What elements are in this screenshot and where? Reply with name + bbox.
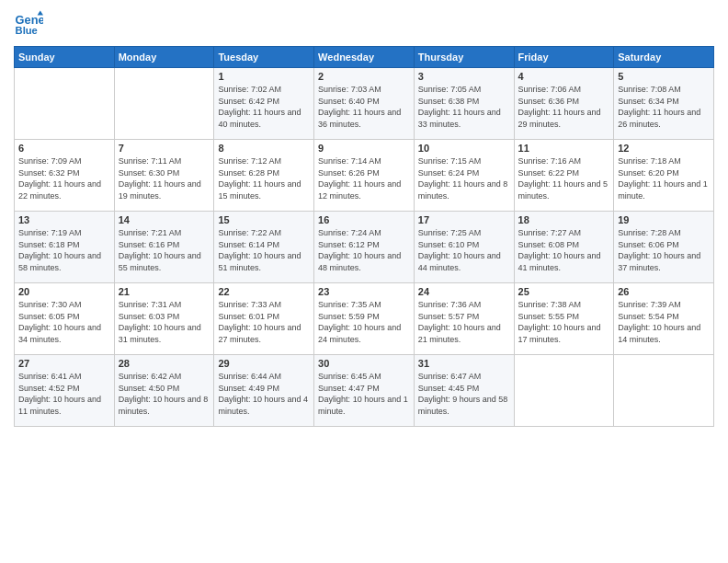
day-number: 27 <box>18 358 110 369</box>
calendar-cell: 9Sunrise: 7:14 AM Sunset: 6:26 PM Daylig… <box>314 140 415 212</box>
calendar-cell: 26Sunrise: 7:39 AM Sunset: 5:54 PM Dayli… <box>614 283 714 355</box>
calendar-cell <box>614 355 714 427</box>
page-header: General Blue <box>14 9 714 39</box>
day-number: 2 <box>318 71 410 82</box>
day-info: Sunrise: 7:36 AM Sunset: 5:57 PM Dayligh… <box>418 299 510 345</box>
calendar-cell: 23Sunrise: 7:35 AM Sunset: 5:59 PM Dayli… <box>314 283 415 355</box>
day-info: Sunrise: 7:05 AM Sunset: 6:38 PM Dayligh… <box>418 84 510 130</box>
weekday-header-saturday: Saturday <box>614 47 714 68</box>
calendar-cell: 24Sunrise: 7:36 AM Sunset: 5:57 PM Dayli… <box>414 283 514 355</box>
day-info: Sunrise: 6:44 AM Sunset: 4:49 PM Dayligh… <box>218 371 310 417</box>
calendar-cell: 12Sunrise: 7:18 AM Sunset: 6:20 PM Dayli… <box>614 140 714 212</box>
day-number: 28 <box>119 358 210 369</box>
calendar-cell: 4Sunrise: 7:06 AM Sunset: 6:36 PM Daylig… <box>514 68 614 140</box>
calendar-cell: 3Sunrise: 7:05 AM Sunset: 6:38 PM Daylig… <box>414 68 514 140</box>
calendar-table: SundayMondayTuesdayWednesdayThursdayFrid… <box>14 46 714 427</box>
day-number: 16 <box>318 214 410 225</box>
day-number: 24 <box>418 286 510 297</box>
day-number: 23 <box>318 286 410 297</box>
calendar-cell: 25Sunrise: 7:38 AM Sunset: 5:55 PM Dayli… <box>514 283 614 355</box>
calendar-cell: 14Sunrise: 7:21 AM Sunset: 6:16 PM Dayli… <box>114 212 214 283</box>
day-info: Sunrise: 7:31 AM Sunset: 6:03 PM Dayligh… <box>119 299 210 345</box>
day-info: Sunrise: 6:47 AM Sunset: 4:45 PM Dayligh… <box>418 371 510 417</box>
day-number: 20 <box>18 286 110 297</box>
day-number: 9 <box>318 143 410 154</box>
calendar-cell: 21Sunrise: 7:31 AM Sunset: 6:03 PM Dayli… <box>114 283 214 355</box>
calendar-cell: 16Sunrise: 7:24 AM Sunset: 6:12 PM Dayli… <box>314 212 415 283</box>
day-info: Sunrise: 7:03 AM Sunset: 6:40 PM Dayligh… <box>318 84 410 130</box>
day-number: 5 <box>618 71 710 82</box>
calendar-cell <box>15 68 115 140</box>
day-info: Sunrise: 7:08 AM Sunset: 6:34 PM Dayligh… <box>618 84 710 130</box>
day-number: 1 <box>218 71 310 82</box>
day-number: 4 <box>518 71 610 82</box>
weekday-header-tuesday: Tuesday <box>214 47 314 68</box>
day-info: Sunrise: 7:33 AM Sunset: 6:01 PM Dayligh… <box>218 299 310 345</box>
day-info: Sunrise: 6:42 AM Sunset: 4:50 PM Dayligh… <box>119 371 210 417</box>
day-number: 26 <box>618 286 710 297</box>
calendar-cell: 28Sunrise: 6:42 AM Sunset: 4:50 PM Dayli… <box>114 355 214 427</box>
day-info: Sunrise: 6:45 AM Sunset: 4:47 PM Dayligh… <box>318 371 410 417</box>
calendar-cell <box>114 68 214 140</box>
calendar-cell: 5Sunrise: 7:08 AM Sunset: 6:34 PM Daylig… <box>614 68 714 140</box>
day-info: Sunrise: 6:41 AM Sunset: 4:52 PM Dayligh… <box>18 371 110 417</box>
day-number: 14 <box>119 214 210 225</box>
calendar-cell: 1Sunrise: 7:02 AM Sunset: 6:42 PM Daylig… <box>214 68 314 140</box>
calendar-cell: 6Sunrise: 7:09 AM Sunset: 6:32 PM Daylig… <box>15 140 115 212</box>
calendar-cell: 13Sunrise: 7:19 AM Sunset: 6:18 PM Dayli… <box>15 212 115 283</box>
weekday-header-friday: Friday <box>514 47 614 68</box>
day-number: 6 <box>18 143 110 154</box>
weekday-header-wednesday: Wednesday <box>314 47 415 68</box>
day-info: Sunrise: 7:02 AM Sunset: 6:42 PM Dayligh… <box>218 84 310 130</box>
calendar-cell: 15Sunrise: 7:22 AM Sunset: 6:14 PM Dayli… <box>214 212 314 283</box>
day-info: Sunrise: 7:14 AM Sunset: 6:26 PM Dayligh… <box>318 155 410 201</box>
day-info: Sunrise: 7:09 AM Sunset: 6:32 PM Dayligh… <box>18 155 110 201</box>
calendar-cell: 19Sunrise: 7:28 AM Sunset: 6:06 PM Dayli… <box>614 212 714 283</box>
logo: General Blue <box>14 9 43 39</box>
calendar-cell: 8Sunrise: 7:12 AM Sunset: 6:28 PM Daylig… <box>214 140 314 212</box>
day-number: 19 <box>618 214 710 225</box>
day-info: Sunrise: 7:11 AM Sunset: 6:30 PM Dayligh… <box>119 155 210 201</box>
calendar-cell: 7Sunrise: 7:11 AM Sunset: 6:30 PM Daylig… <box>114 140 214 212</box>
day-number: 13 <box>18 214 110 225</box>
day-info: Sunrise: 7:16 AM Sunset: 6:22 PM Dayligh… <box>518 155 610 201</box>
weekday-header-sunday: Sunday <box>15 47 115 68</box>
day-info: Sunrise: 7:39 AM Sunset: 5:54 PM Dayligh… <box>618 299 710 345</box>
calendar-cell: 11Sunrise: 7:16 AM Sunset: 6:22 PM Dayli… <box>514 140 614 212</box>
day-number: 29 <box>218 358 310 369</box>
day-info: Sunrise: 7:28 AM Sunset: 6:06 PM Dayligh… <box>618 227 710 273</box>
calendar-cell: 22Sunrise: 7:33 AM Sunset: 6:01 PM Dayli… <box>214 283 314 355</box>
calendar-cell: 27Sunrise: 6:41 AM Sunset: 4:52 PM Dayli… <box>15 355 115 427</box>
day-info: Sunrise: 7:24 AM Sunset: 6:12 PM Dayligh… <box>318 227 410 273</box>
logo-icon: General Blue <box>14 9 43 39</box>
day-number: 18 <box>518 214 610 225</box>
day-info: Sunrise: 7:19 AM Sunset: 6:18 PM Dayligh… <box>18 227 110 273</box>
calendar-cell: 2Sunrise: 7:03 AM Sunset: 6:40 PM Daylig… <box>314 68 415 140</box>
calendar-cell: 29Sunrise: 6:44 AM Sunset: 4:49 PM Dayli… <box>214 355 314 427</box>
day-info: Sunrise: 7:06 AM Sunset: 6:36 PM Dayligh… <box>518 84 610 130</box>
day-info: Sunrise: 7:35 AM Sunset: 5:59 PM Dayligh… <box>318 299 410 345</box>
weekday-header-monday: Monday <box>114 47 214 68</box>
day-info: Sunrise: 7:27 AM Sunset: 6:08 PM Dayligh… <box>518 227 610 273</box>
day-info: Sunrise: 7:38 AM Sunset: 5:55 PM Dayligh… <box>518 299 610 345</box>
calendar-cell <box>514 355 614 427</box>
calendar-cell: 30Sunrise: 6:45 AM Sunset: 4:47 PM Dayli… <box>314 355 415 427</box>
calendar-cell: 20Sunrise: 7:30 AM Sunset: 6:05 PM Dayli… <box>15 283 115 355</box>
calendar-cell: 18Sunrise: 7:27 AM Sunset: 6:08 PM Dayli… <box>514 212 614 283</box>
day-number: 12 <box>618 143 710 154</box>
day-number: 11 <box>518 143 610 154</box>
calendar-cell: 10Sunrise: 7:15 AM Sunset: 6:24 PM Dayli… <box>414 140 514 212</box>
day-number: 21 <box>119 286 210 297</box>
day-info: Sunrise: 7:25 AM Sunset: 6:10 PM Dayligh… <box>418 227 510 273</box>
day-number: 7 <box>119 143 210 154</box>
day-number: 8 <box>218 143 310 154</box>
day-info: Sunrise: 7:22 AM Sunset: 6:14 PM Dayligh… <box>218 227 310 273</box>
weekday-header-thursday: Thursday <box>414 47 514 68</box>
day-number: 10 <box>418 143 510 154</box>
svg-text:Blue: Blue <box>16 25 38 36</box>
day-number: 25 <box>518 286 610 297</box>
calendar-cell: 17Sunrise: 7:25 AM Sunset: 6:10 PM Dayli… <box>414 212 514 283</box>
day-number: 31 <box>418 358 510 369</box>
day-number: 15 <box>218 214 310 225</box>
day-number: 3 <box>418 71 510 82</box>
